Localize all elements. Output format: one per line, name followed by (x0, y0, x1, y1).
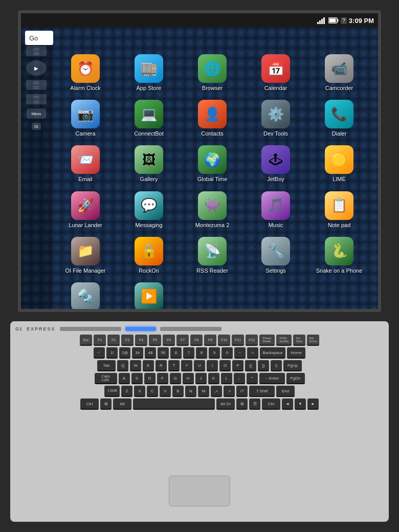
search-box[interactable]: Go (25, 31, 53, 45)
key-y[interactable]: Y (181, 360, 192, 371)
sidebar-btn-4[interactable]: Di (32, 123, 41, 130)
key-pause[interactable]: PsuseBreak (259, 335, 275, 346)
key-5[interactable]: 5€ (158, 347, 169, 359)
app-note-pad[interactable]: 📋Note pad (309, 189, 369, 231)
key-6[interactable]: 6 (170, 347, 182, 359)
key-x[interactable]: X (134, 386, 145, 397)
app-app-store[interactable]: 🏬App Store (119, 52, 179, 94)
key-pgdn[interactable]: PgDn (286, 373, 305, 384)
key-home[interactable]: Home (287, 347, 305, 359)
key-i[interactable]: I (207, 360, 218, 371)
key-down[interactable]: ▼ (295, 398, 306, 410)
key-1[interactable]: 1! (106, 347, 118, 359)
app-email[interactable]: 📨Email (56, 143, 115, 185)
key-g[interactable]: G (170, 373, 181, 384)
key-f7[interactable]: F7 (176, 335, 189, 346)
key-prtsc[interactable]: PrtScSysRq (276, 335, 292, 346)
key-minus[interactable]: − (234, 347, 246, 359)
key-f2[interactable]: F2 (107, 335, 120, 346)
key-comma[interactable]: ,< (211, 386, 222, 397)
app-contacts[interactable]: 👤Contacts (183, 98, 242, 139)
sidebar-play-btn[interactable]: ▶ (26, 60, 47, 76)
key-f8[interactable]: F8 (190, 335, 203, 346)
app-spare-parts[interactable]: 🔩Spare Parts (56, 280, 115, 312)
key-del[interactable]: DelScrLk (307, 335, 319, 346)
key-d[interactable]: D (144, 373, 156, 384)
app-videos[interactable]: ▶️Videos (119, 280, 179, 312)
sidebar-mess-btn[interactable]: Mess (27, 108, 46, 119)
key-b[interactable]: B (172, 386, 184, 397)
key-rbracket[interactable]: ]} (258, 360, 269, 371)
key-lbracket[interactable]: [{ (245, 360, 256, 371)
key-win-left[interactable]: ⊞ (100, 398, 112, 410)
key-f1[interactable]: F1 (94, 335, 106, 346)
key-e[interactable]: E (143, 360, 154, 371)
app-calendar[interactable]: 📅Calendar (246, 52, 305, 94)
key-s[interactable]: S (131, 373, 143, 384)
key-pgup[interactable]: PgUp (283, 360, 302, 371)
key-capslock[interactable]: CapsLock (95, 373, 117, 384)
key-m[interactable]: M (198, 386, 209, 397)
key-f9[interactable]: F9 (204, 335, 216, 346)
sidebar-btn-2[interactable]: :::::::::: (26, 80, 47, 90)
key-f12[interactable]: F12 (246, 335, 258, 346)
app-messaging[interactable]: 💬Messaging (119, 189, 179, 231)
key-7[interactable]: 7 (183, 347, 194, 359)
key-shift-right[interactable]: ⇧Shift (249, 386, 275, 397)
key-left[interactable]: ◄ (282, 398, 293, 410)
key-p[interactable]: P (232, 360, 243, 371)
key-ctrl-left[interactable]: Ctrl (80, 398, 99, 410)
key-c[interactable]: C (147, 386, 158, 397)
key-f5[interactable]: F5 (149, 335, 161, 346)
key-ins[interactable]: InsNum (293, 335, 305, 346)
key-2[interactable]: 2@ (119, 347, 130, 359)
key-9[interactable]: 9 (209, 347, 220, 359)
key-w[interactable]: W (130, 360, 141, 371)
sidebar-btn-3[interactable]: :::::::::: (26, 94, 47, 104)
app-camcorder[interactable]: 📹Camcorder (309, 52, 369, 94)
app-gallery[interactable]: 🖼Gallery (119, 143, 179, 185)
app-camera[interactable]: 📷Camera (56, 98, 115, 139)
key-period[interactable]: .> (224, 386, 235, 397)
key-tilde[interactable]: ~` (94, 347, 105, 359)
key-quote[interactable]: '" (247, 373, 258, 384)
key-menu[interactable]: ☰ (249, 398, 260, 410)
key-equals[interactable]: = (247, 347, 258, 359)
app-lunar-lander[interactable]: 🚀Lunar Lander (56, 189, 115, 231)
app-browser[interactable]: 🌐Browser (183, 52, 242, 94)
app-rss-reader[interactable]: 📡RSS Reader (183, 235, 242, 276)
key-3[interactable]: 3# (132, 347, 143, 359)
key-right[interactable]: ► (307, 398, 319, 410)
key-4[interactable]: 4$ (145, 347, 156, 359)
app-oi-file-manager[interactable]: 📁OI File Manager (56, 235, 115, 276)
key-f6[interactable]: F6 (163, 335, 175, 346)
app-alarm-clock[interactable]: ⏰Alarm Clock (56, 52, 115, 94)
key-k[interactable]: K (208, 373, 219, 384)
key-esc[interactable]: Esc (80, 335, 92, 346)
key-alt-left[interactable]: Alt (113, 398, 131, 410)
app-dialer[interactable]: 📞Dialer (309, 98, 369, 139)
app-jetboy[interactable]: 🕹JetBoy (246, 143, 305, 185)
app-global-time[interactable]: 🌍Global Time (183, 143, 242, 185)
touchpad[interactable] (169, 476, 230, 506)
key-f3[interactable]: F3 (121, 335, 134, 346)
app-rockon[interactable]: 🔒RockOn (119, 235, 179, 276)
key-ctrl-right[interactable]: Ctrl (262, 398, 280, 410)
key-o[interactable]: O (219, 360, 231, 371)
key-0[interactable]: 0 (221, 347, 233, 359)
key-l[interactable]: L (221, 373, 232, 384)
key-n[interactable]: N (185, 386, 196, 397)
key-altgr[interactable]: Alt Gr (216, 398, 235, 410)
key-v[interactable]: V (160, 386, 171, 397)
app-snake-on-phone[interactable]: 🐍Snake on a Phone (309, 235, 369, 276)
app-settings[interactable]: 🔧Settings (246, 235, 305, 276)
key-f10[interactable]: F10 (218, 335, 230, 346)
key-tab[interactable]: Tab (97, 360, 116, 371)
key-u[interactable]: U (194, 360, 205, 371)
app-dev-tools[interactable]: ⚙️Dev Tools (246, 98, 305, 139)
key-f4[interactable]: F4 (135, 335, 147, 346)
key-f11[interactable]: F11 (232, 335, 244, 346)
key-a[interactable]: A (119, 373, 130, 384)
key-8[interactable]: 8 (196, 347, 207, 359)
key-r[interactable]: R (156, 360, 167, 371)
